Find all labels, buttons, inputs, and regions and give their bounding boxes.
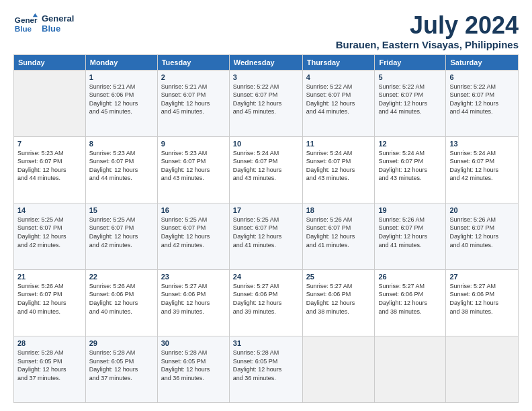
day-cell: 6Sunrise: 5:22 AM Sunset: 6:07 PM Daylig…	[446, 70, 519, 136]
day-number: 6	[449, 73, 515, 81]
day-info: Sunrise: 5:26 AM Sunset: 6:07 PM Dayligh…	[306, 216, 371, 249]
day-info: Sunrise: 5:26 AM Sunset: 6:07 PM Dayligh…	[449, 216, 515, 249]
day-number: 24	[233, 273, 299, 281]
day-cell	[302, 336, 375, 402]
day-cell: 28Sunrise: 5:28 AM Sunset: 6:05 PM Dayli…	[14, 336, 86, 402]
day-info: Sunrise: 5:28 AM Sunset: 6:05 PM Dayligh…	[233, 349, 299, 382]
day-info: Sunrise: 5:23 AM Sunset: 6:07 PM Dayligh…	[17, 149, 82, 183]
day-info: Sunrise: 5:24 AM Sunset: 6:07 PM Dayligh…	[233, 149, 299, 183]
day-cell: 4Sunrise: 5:22 AM Sunset: 6:07 PM Daylig…	[302, 70, 375, 136]
day-number: 26	[378, 273, 442, 281]
day-cell: 11Sunrise: 5:24 AM Sunset: 6:07 PM Dayli…	[302, 136, 375, 203]
day-cell: 1Sunrise: 5:21 AM Sunset: 6:06 PM Daylig…	[85, 70, 157, 136]
day-cell: 27Sunrise: 5:27 AM Sunset: 6:06 PM Dayli…	[446, 269, 519, 336]
main-title: July 2024	[336, 12, 519, 39]
day-info: Sunrise: 5:24 AM Sunset: 6:07 PM Dayligh…	[378, 149, 442, 183]
day-cell: 5Sunrise: 5:22 AM Sunset: 6:07 PM Daylig…	[375, 70, 446, 136]
header: General Blue General Blue July 2024 Bura…	[13, 12, 519, 50]
day-cell: 8Sunrise: 5:23 AM Sunset: 6:07 PM Daylig…	[85, 136, 157, 203]
day-number: 28	[17, 339, 82, 347]
day-number: 9	[161, 140, 226, 148]
day-number: 11	[306, 140, 371, 148]
title-block: July 2024 Burauen, Eastern Visayas, Phil…	[336, 12, 519, 50]
day-cell: 18Sunrise: 5:26 AM Sunset: 6:07 PM Dayli…	[302, 203, 375, 269]
col-header-sunday: Sunday	[14, 54, 86, 70]
day-number: 25	[306, 273, 371, 281]
day-cell: 9Sunrise: 5:23 AM Sunset: 6:07 PM Daylig…	[157, 136, 229, 203]
col-header-wednesday: Wednesday	[229, 54, 302, 70]
day-info: Sunrise: 5:25 AM Sunset: 6:07 PM Dayligh…	[161, 216, 226, 249]
day-info: Sunrise: 5:26 AM Sunset: 6:07 PM Dayligh…	[17, 282, 82, 316]
day-info: Sunrise: 5:27 AM Sunset: 6:06 PM Dayligh…	[449, 282, 515, 316]
day-number: 22	[89, 273, 154, 281]
day-info: Sunrise: 5:21 AM Sunset: 6:07 PM Dayligh…	[161, 83, 226, 116]
day-cell: 25Sunrise: 5:27 AM Sunset: 6:06 PM Dayli…	[302, 269, 375, 336]
logo-text: General	[42, 14, 74, 24]
svg-text:Blue: Blue	[15, 24, 32, 33]
day-info: Sunrise: 5:21 AM Sunset: 6:06 PM Dayligh…	[89, 83, 154, 116]
day-info: Sunrise: 5:28 AM Sunset: 6:05 PM Dayligh…	[89, 349, 154, 382]
day-number: 19	[378, 206, 442, 214]
day-info: Sunrise: 5:27 AM Sunset: 6:06 PM Dayligh…	[378, 282, 442, 316]
day-number: 18	[306, 206, 371, 214]
day-cell: 13Sunrise: 5:24 AM Sunset: 6:07 PM Dayli…	[446, 136, 519, 203]
day-cell	[446, 336, 519, 402]
day-info: Sunrise: 5:22 AM Sunset: 6:07 PM Dayligh…	[233, 83, 299, 116]
day-info: Sunrise: 5:27 AM Sunset: 6:06 PM Dayligh…	[306, 282, 371, 316]
day-cell: 30Sunrise: 5:28 AM Sunset: 6:05 PM Dayli…	[157, 336, 229, 402]
day-info: Sunrise: 5:24 AM Sunset: 6:07 PM Dayligh…	[449, 149, 515, 183]
calendar-header-row: SundayMondayTuesdayWednesdayThursdayFrid…	[14, 54, 519, 70]
day-number: 21	[17, 273, 82, 281]
day-cell: 16Sunrise: 5:25 AM Sunset: 6:07 PM Dayli…	[157, 203, 229, 269]
day-info: Sunrise: 5:28 AM Sunset: 6:05 PM Dayligh…	[161, 349, 226, 382]
day-cell: 12Sunrise: 5:24 AM Sunset: 6:07 PM Dayli…	[375, 136, 446, 203]
day-cell: 19Sunrise: 5:26 AM Sunset: 6:07 PM Dayli…	[375, 203, 446, 269]
day-info: Sunrise: 5:22 AM Sunset: 6:07 PM Dayligh…	[378, 83, 442, 116]
day-number: 2	[161, 73, 226, 81]
week-row-1: 1Sunrise: 5:21 AM Sunset: 6:06 PM Daylig…	[14, 70, 519, 136]
day-cell	[14, 70, 86, 136]
logo-icon: General Blue	[13, 12, 38, 36]
day-number: 3	[233, 73, 299, 81]
day-cell: 2Sunrise: 5:21 AM Sunset: 6:07 PM Daylig…	[157, 70, 229, 136]
day-info: Sunrise: 5:22 AM Sunset: 6:07 PM Dayligh…	[306, 83, 371, 116]
day-number: 15	[89, 206, 154, 214]
day-cell: 14Sunrise: 5:25 AM Sunset: 6:07 PM Dayli…	[14, 203, 86, 269]
day-cell: 31Sunrise: 5:28 AM Sunset: 6:05 PM Dayli…	[229, 336, 302, 402]
logo: General Blue General Blue	[13, 12, 74, 36]
day-cell: 7Sunrise: 5:23 AM Sunset: 6:07 PM Daylig…	[14, 136, 86, 203]
day-number: 30	[161, 339, 226, 347]
day-info: Sunrise: 5:25 AM Sunset: 6:07 PM Dayligh…	[89, 216, 154, 249]
day-info: Sunrise: 5:27 AM Sunset: 6:06 PM Dayligh…	[233, 282, 299, 316]
day-number: 16	[161, 206, 226, 214]
day-cell: 29Sunrise: 5:28 AM Sunset: 6:05 PM Dayli…	[85, 336, 157, 402]
day-number: 8	[89, 140, 154, 148]
day-number: 27	[449, 273, 515, 281]
week-row-5: 28Sunrise: 5:28 AM Sunset: 6:05 PM Dayli…	[14, 336, 519, 402]
logo-subtext: Blue	[42, 24, 74, 34]
day-cell: 3Sunrise: 5:22 AM Sunset: 6:07 PM Daylig…	[229, 70, 302, 136]
col-header-friday: Friday	[375, 54, 446, 70]
col-header-thursday: Thursday	[302, 54, 375, 70]
day-info: Sunrise: 5:25 AM Sunset: 6:07 PM Dayligh…	[233, 216, 299, 249]
col-header-tuesday: Tuesday	[157, 54, 229, 70]
day-cell: 23Sunrise: 5:27 AM Sunset: 6:06 PM Dayli…	[157, 269, 229, 336]
day-number: 23	[161, 273, 226, 281]
day-number: 17	[233, 206, 299, 214]
day-number: 5	[378, 73, 442, 81]
day-number: 10	[233, 140, 299, 148]
day-info: Sunrise: 5:25 AM Sunset: 6:07 PM Dayligh…	[17, 216, 82, 249]
day-number: 31	[233, 339, 299, 347]
day-number: 13	[449, 140, 515, 148]
col-header-monday: Monday	[85, 54, 157, 70]
day-info: Sunrise: 5:24 AM Sunset: 6:07 PM Dayligh…	[306, 149, 371, 183]
day-number: 29	[89, 339, 154, 347]
day-info: Sunrise: 5:23 AM Sunset: 6:07 PM Dayligh…	[161, 149, 226, 183]
subtitle: Burauen, Eastern Visayas, Philippines	[336, 39, 519, 50]
day-number: 14	[17, 206, 82, 214]
day-cell: 26Sunrise: 5:27 AM Sunset: 6:06 PM Dayli…	[375, 269, 446, 336]
week-row-4: 21Sunrise: 5:26 AM Sunset: 6:07 PM Dayli…	[14, 269, 519, 336]
day-number: 1	[89, 73, 154, 81]
day-info: Sunrise: 5:28 AM Sunset: 6:05 PM Dayligh…	[17, 349, 82, 382]
day-info: Sunrise: 5:27 AM Sunset: 6:06 PM Dayligh…	[161, 282, 226, 316]
